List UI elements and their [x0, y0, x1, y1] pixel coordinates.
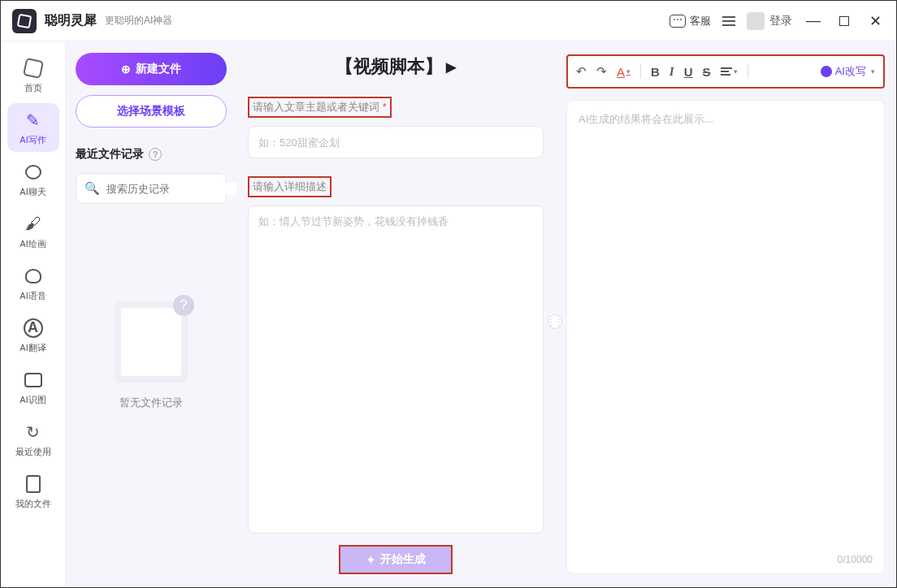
avatar-icon: [747, 12, 765, 30]
search-icon: 🔍: [84, 181, 100, 196]
output-placeholder: AI生成的结果将会在此展示...: [578, 112, 873, 127]
image-icon: [23, 370, 44, 391]
char-counter: 0/10000: [838, 554, 873, 565]
sidebar-item-draw[interactable]: 🖌 AI绘画: [7, 207, 59, 256]
feather-icon: ✎: [23, 110, 44, 131]
login-label: 登录: [769, 14, 792, 28]
ai-rewrite-button[interactable]: AI改写: [821, 64, 875, 79]
plus-circle-icon: ⊕: [121, 63, 131, 76]
maximize-button[interactable]: [839, 16, 849, 26]
strike-button[interactable]: S: [703, 65, 711, 79]
close-button[interactable]: ✕: [865, 12, 885, 30]
sidebar: 首页 ✎ AI写作 AI聊天 🖌 AI绘画 AI语音 A AI翻译 AI识图 ↻…: [1, 41, 66, 587]
bold-button[interactable]: B: [651, 65, 660, 79]
headphone-icon: [23, 266, 44, 287]
font-color-button[interactable]: A: [617, 65, 630, 79]
align-icon: [721, 67, 732, 76]
topic-input[interactable]: [248, 126, 544, 158]
sparkle-icon: ✦: [366, 554, 375, 566]
sidebar-item-home[interactable]: 首页: [7, 51, 59, 100]
sidebar-item-voice[interactable]: AI语音: [7, 259, 59, 308]
output-area[interactable]: AI生成的结果将会在此展示... 0/10000: [566, 100, 885, 574]
app-name: 聪明灵犀: [45, 12, 97, 29]
login-button[interactable]: 登录: [747, 12, 792, 30]
topic-label: 请输入文章主题或者关键词 *: [248, 97, 392, 118]
customer-service-button[interactable]: 客服: [670, 14, 711, 28]
sidebar-item-image[interactable]: AI识图: [7, 363, 59, 412]
chat-bubble-icon: [670, 15, 686, 28]
format-toolbar: ↶ ↷ A B I U S AI改写: [566, 54, 885, 89]
sidebar-item-translate[interactable]: A AI翻译: [7, 311, 59, 360]
separator: [640, 64, 641, 79]
brush-icon: 🖌: [23, 214, 44, 235]
help-icon[interactable]: ?: [149, 148, 162, 161]
sidebar-item-chat[interactable]: AI聊天: [7, 155, 59, 204]
sidebar-item-recent[interactable]: ↻ 最近使用: [7, 415, 59, 464]
kefu-label: 客服: [690, 14, 711, 28]
play-icon[interactable]: ▶: [446, 59, 456, 75]
generate-button[interactable]: ✦ 开始生成: [339, 545, 453, 574]
chat-icon: [23, 162, 44, 183]
translate-icon: A: [23, 318, 44, 339]
file-panel: ⊕ 新建文件 选择场景模板 最近文件记录 ? 🔍 ? 暂无文件记录: [66, 41, 236, 587]
editor-panel: 【视频脚本】 ▶ 请输入文章主题或者关键词 * 请输入详细描述 ✦ 开始生成 ⋮…: [236, 41, 555, 587]
titlebar: 聪明灵犀 更聪明的AI神器 客服 登录 — ✕: [1, 1, 896, 41]
underline-button[interactable]: U: [684, 65, 693, 79]
description-textarea[interactable]: [248, 205, 544, 534]
select-template-button[interactable]: 选择场景模板: [76, 95, 227, 128]
recent-files-header: 最近文件记录 ?: [76, 147, 227, 162]
align-button[interactable]: [721, 67, 738, 76]
home-icon: [23, 58, 44, 79]
italic-button[interactable]: I: [670, 65, 674, 79]
hamburger-menu-icon[interactable]: [722, 16, 735, 26]
search-input[interactable]: [106, 183, 243, 195]
document-icon: [23, 473, 44, 495]
empty-illustration: ?: [115, 301, 188, 383]
search-box[interactable]: 🔍: [76, 173, 227, 204]
description-label: 请输入详细描述: [248, 176, 332, 197]
question-badge-icon: ?: [173, 295, 194, 316]
sidebar-item-writing[interactable]: ✎ AI写作: [7, 103, 59, 152]
redo-button[interactable]: ↷: [596, 64, 607, 79]
page-title: 【视频脚本】 ▶: [248, 54, 544, 79]
resize-handle[interactable]: ⋮⋮: [548, 314, 562, 329]
ai-dot-icon: [821, 66, 832, 77]
clock-icon: ↻: [23, 422, 44, 443]
output-panel: ↶ ↷ A B I U S AI改写 AI生成的结果将会在此展示... 0/10…: [555, 41, 896, 587]
app-logo: [12, 9, 37, 33]
app-subtitle: 更聪明的AI神器: [105, 14, 172, 28]
undo-button[interactable]: ↶: [576, 64, 587, 79]
sidebar-item-files[interactable]: 我的文件: [7, 467, 59, 516]
empty-state: ? 暂无文件记录: [76, 301, 227, 410]
new-file-button[interactable]: ⊕ 新建文件: [76, 53, 227, 85]
minimize-button[interactable]: —: [804, 12, 823, 29]
empty-text: 暂无文件记录: [119, 396, 183, 410]
separator: [748, 64, 748, 79]
